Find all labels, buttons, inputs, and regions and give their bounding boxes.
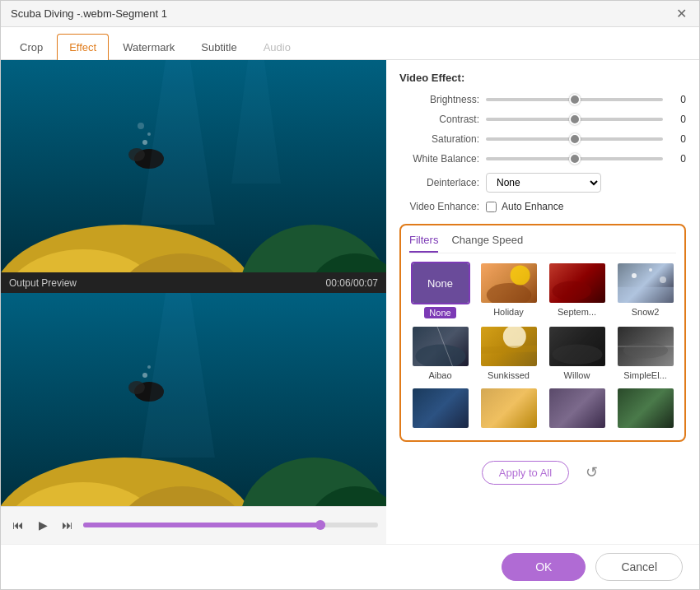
filter-item-row3c[interactable]: [546, 387, 608, 432]
svg-point-21: [142, 373, 147, 378]
svg-line-34: [481, 348, 537, 350]
filter-thumb-none: None: [411, 262, 470, 304]
svg-point-20: [128, 381, 145, 394]
white-balance-label: White Balance:: [399, 153, 486, 165]
filter-name-sunkissed: Sunkissed: [488, 370, 530, 380]
progress-thumb: [315, 520, 325, 530]
video-enhance-label: Video Enhance:: [399, 201, 486, 212]
brightness-value: 0: [670, 94, 686, 105]
original-preview: [1, 60, 386, 272]
filter-name-simpleel: SimpleEl...: [623, 370, 667, 380]
filter-grid: None None: [409, 262, 676, 432]
tab-bar: Crop Effect Watermark Subtitle Audio: [1, 27, 699, 60]
main-window: Scuba Diving -.webm-Segment 1 ✕ Crop Eff…: [0, 0, 700, 590]
filter-name-aibao: Aibao: [428, 370, 451, 380]
video-effect-title: Video Effect:: [399, 72, 686, 84]
filter-item-none[interactable]: None None: [409, 262, 471, 318]
svg-point-29: [649, 268, 652, 272]
saturation-slider[interactable]: [486, 137, 663, 141]
tab-change-speed[interactable]: Change Speed: [451, 234, 523, 253]
none-text: None: [427, 277, 453, 290]
white-balance-slider[interactable]: [486, 157, 663, 160]
play-button[interactable]: ▶: [34, 516, 52, 534]
filter-thumb-aibao: [411, 325, 470, 368]
skip-back-button[interactable]: ⏮: [9, 516, 27, 534]
ok-button[interactable]: OK: [502, 553, 586, 581]
svg-point-38: [623, 342, 667, 358]
white-balance-slider-container: 0: [486, 153, 686, 165]
filter-thumb-row3c: [548, 387, 607, 430]
svg-point-9: [147, 132, 151, 136]
filter-item-simpleel[interactable]: SimpleEl...: [614, 325, 676, 380]
saturation-label: Saturation:: [399, 133, 486, 145]
deinterlace-row: Deinterlace: None Blend Linear: [399, 173, 686, 193]
filter-item-willow[interactable]: Willow: [546, 325, 608, 380]
filter-thumb-snow2: [616, 262, 675, 304]
preview-label-bar: Output Preview 00:06/00:07: [1, 272, 386, 293]
bottom-actions: Apply to All ↺: [399, 452, 686, 488]
video-enhance-row: Video Enhance: Auto Enhance: [399, 201, 686, 212]
reset-button[interactable]: ↺: [579, 460, 604, 485]
contrast-slider-container: 0: [486, 114, 686, 125]
contrast-row: Contrast: 0: [399, 114, 686, 125]
tab-crop[interactable]: Crop: [7, 34, 55, 60]
filter-item-sunkissed[interactable]: Sunkissed: [478, 325, 539, 380]
tab-subtitle[interactable]: Subtitle: [189, 34, 249, 60]
filter-item-row3d[interactable]: [614, 387, 676, 432]
filter-item-september[interactable]: Septem...: [546, 262, 608, 318]
playback-bar: ⏮ ▶ ⏭: [1, 506, 386, 544]
contrast-value: 0: [670, 114, 686, 125]
filter-thumb-sunkissed: [479, 325, 539, 368]
cancel-button[interactable]: Cancel: [595, 553, 683, 581]
tab-audio: Audio: [251, 34, 303, 60]
filter-name-snow2: Snow2: [632, 307, 660, 317]
progress-bar[interactable]: [83, 523, 378, 527]
deinterlace-select[interactable]: None Blend Linear: [486, 173, 601, 193]
svg-point-30: [660, 276, 666, 283]
filters-tabs: Filters Change Speed: [409, 234, 676, 253]
output-preview: [1, 293, 386, 505]
auto-enhance-text: Auto Enhance: [502, 201, 563, 212]
main-content: Output Preview 00:06/00:07: [1, 60, 699, 544]
contrast-slider[interactable]: [486, 118, 663, 121]
window-title: Scuba Diving -.webm-Segment 1: [11, 7, 167, 20]
filters-section: Filters Change Speed None None: [399, 224, 686, 442]
filter-thumb-row3d: [616, 387, 675, 430]
progress-fill: [83, 523, 325, 527]
filter-thumb-september: [548, 262, 607, 304]
svg-point-25: [510, 265, 530, 285]
footer-actions: OK Cancel: [1, 544, 699, 589]
filter-thumb-row3a: [411, 387, 470, 430]
contrast-label: Contrast:: [399, 114, 486, 125]
auto-enhance-label[interactable]: Auto Enhance: [486, 201, 563, 212]
filter-thumb-row3b: [479, 387, 539, 430]
svg-point-28: [632, 273, 637, 278]
filter-name-september: Septem...: [558, 307, 596, 317]
brightness-label: Brightness:: [399, 94, 486, 105]
filter-thumb-simpleel: [616, 325, 675, 368]
svg-point-33: [502, 327, 525, 348]
filter-thumb-holiday: [479, 262, 539, 304]
deinterlace-label: Deinterlace:: [399, 177, 486, 188]
filter-item-aibao[interactable]: Aibao: [409, 325, 471, 380]
filter-item-row3b[interactable]: [478, 387, 539, 432]
brightness-slider[interactable]: [486, 98, 663, 101]
tab-watermark[interactable]: Watermark: [110, 34, 187, 60]
filter-item-snow2[interactable]: Snow2: [614, 262, 676, 318]
brightness-slider-container: 0: [486, 94, 686, 105]
timestamp: 00:06/00:07: [326, 277, 378, 289]
skip-forward-button[interactable]: ⏭: [58, 516, 77, 534]
tab-effect[interactable]: Effect: [57, 34, 109, 60]
white-balance-row: White Balance: 0: [399, 153, 686, 165]
tab-filters[interactable]: Filters: [409, 234, 438, 253]
filter-item-holiday[interactable]: Holiday: [478, 262, 539, 318]
svg-point-31: [415, 345, 465, 366]
filter-item-row3a[interactable]: [409, 387, 471, 432]
saturation-slider-container: 0: [486, 133, 686, 145]
right-panel: Video Effect: Brightness: 0 Contrast: 0: [386, 60, 699, 544]
close-button[interactable]: ✕: [673, 6, 689, 22]
filter-name-willow: Willow: [564, 370, 590, 380]
auto-enhance-checkbox[interactable]: [486, 202, 497, 212]
apply-to-all-button[interactable]: Apply to All: [482, 461, 569, 485]
filter-name-holiday: Holiday: [493, 307, 524, 317]
